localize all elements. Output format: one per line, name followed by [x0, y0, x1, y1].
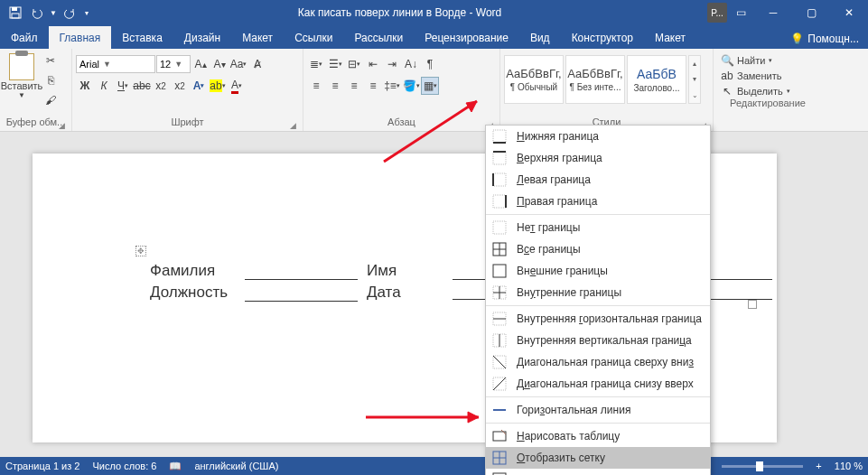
table-handle[interactable]: [748, 300, 757, 309]
table-anchor[interactable]: ✥: [135, 246, 146, 256]
line-lastname[interactable]: [245, 264, 358, 280]
group-font-label: Шрифт◢: [76, 116, 299, 131]
font-size-combo[interactable]: 12▼: [156, 55, 191, 73]
status-words[interactable]: Число слов: 6: [92, 461, 156, 471]
border-left[interactable]: Левая граница: [486, 169, 710, 191]
view-gridlines[interactable]: Отобразить сетку: [486, 447, 710, 469]
tab-constructor[interactable]: Конструктор: [561, 26, 644, 49]
tab-file[interactable]: Файл: [0, 26, 49, 49]
align-right[interactable]: ≡: [345, 77, 363, 95]
strike-button[interactable]: abc: [133, 77, 151, 95]
underline-button[interactable]: Ч▾: [114, 77, 132, 95]
grow-font[interactable]: A▴: [191, 55, 210, 73]
horizontal-line[interactable]: Горизонтальная линия: [486, 399, 710, 421]
status-spellcheck[interactable]: 📖: [169, 461, 182, 472]
status-lang[interactable]: английский (США): [194, 461, 278, 471]
highlight-button[interactable]: ab▾: [209, 77, 227, 95]
arrow-annotation-2: [361, 408, 488, 426]
select-button[interactable]: ↖Выделить▾: [717, 85, 818, 98]
line-spacing[interactable]: ‡≡▾: [383, 77, 401, 95]
user-initial[interactable]: P...: [707, 3, 727, 23]
italic-button[interactable]: К: [95, 77, 113, 95]
subscript-button[interactable]: x2: [152, 77, 170, 95]
svg-line-3: [384, 101, 477, 162]
border-inside[interactable]: Внутренние границы: [486, 282, 710, 303]
tab-view[interactable]: Вид: [519, 26, 561, 49]
tab-home[interactable]: Главная: [49, 26, 112, 49]
tab-references[interactable]: Ссылки: [284, 26, 343, 49]
status-page[interactable]: Страница 1 из 2: [5, 461, 79, 471]
multilevel-button[interactable]: ⊟▾: [345, 55, 363, 73]
replace-button[interactable]: abЗаменить: [717, 70, 818, 82]
change-case[interactable]: Aa▾: [229, 55, 247, 73]
svg-rect-2: [12, 14, 19, 18]
zoom-slider[interactable]: [722, 465, 803, 468]
border-all[interactable]: Все границы: [486, 238, 710, 260]
shrink-font[interactable]: A▾: [210, 55, 229, 73]
borders-button[interactable]: ▦▾: [421, 77, 439, 95]
cut-button[interactable]: ✂: [42, 51, 60, 70]
paste-button[interactable]: Вставить ▼: [4, 51, 40, 111]
svg-rect-7: [493, 130, 506, 143]
tab-layout[interactable]: Макет: [231, 26, 284, 49]
qat-undo-dropdown[interactable]: ▼: [49, 3, 58, 23]
qat-redo[interactable]: [60, 3, 79, 23]
style-normal[interactable]: АаБбВвГг,¶ Обычный: [504, 55, 564, 104]
border-diag-up[interactable]: Диагональная граница снизу вверх: [486, 373, 710, 395]
zoom-in[interactable]: +: [816, 461, 821, 471]
text-effects[interactable]: A▾: [190, 77, 208, 95]
font-dialog[interactable]: ◢: [288, 121, 297, 130]
copy-button[interactable]: ⎘: [42, 71, 60, 89]
clear-format[interactable]: A̷: [248, 55, 266, 73]
paste-icon: [9, 53, 34, 80]
bullets-button[interactable]: ≣▾: [307, 55, 325, 73]
inc-indent[interactable]: ⇥: [383, 55, 401, 73]
numbering-button[interactable]: ☰▾: [326, 55, 344, 73]
zoom-level[interactable]: 110 %: [835, 461, 863, 471]
maximize-button[interactable]: ▢: [792, 0, 830, 25]
bold-button[interactable]: Ж: [76, 77, 94, 95]
tab-insert[interactable]: Вставка: [111, 26, 173, 49]
qat-save[interactable]: [5, 3, 25, 23]
border-top[interactable]: Верхняя граница: [486, 147, 710, 169]
tab-design[interactable]: Дизайн: [173, 26, 231, 49]
align-left[interactable]: ≡: [307, 77, 325, 95]
tell-me[interactable]: 💡Помощн...: [785, 33, 868, 49]
border-right[interactable]: Правая граница: [486, 191, 710, 212]
line-position[interactable]: [245, 285, 358, 302]
qat-customize[interactable]: ▾: [81, 3, 92, 23]
border-diag-down[interactable]: Диагональная граница сверху вниз: [486, 351, 710, 373]
style-nospacing[interactable]: АаБбВвГг,¶ Без инте...: [565, 55, 625, 104]
dec-indent[interactable]: ⇤: [364, 55, 382, 73]
border-bottom[interactable]: Нижняя граница: [486, 126, 710, 147]
border-inside-v[interactable]: Внутренняя вертикальная граница: [486, 330, 710, 351]
shading-button[interactable]: 🪣▾: [402, 77, 420, 95]
font-color[interactable]: A▾: [228, 77, 246, 95]
ribbon-display-btn[interactable]: ▭: [731, 3, 751, 23]
form-table[interactable]: Фамилия Имя Должность Дата: [150, 258, 414, 302]
close-button[interactable]: ✕: [830, 0, 868, 25]
justify[interactable]: ≡: [364, 77, 382, 95]
tab-review[interactable]: Рецензирование: [414, 26, 519, 49]
clipboard-dialog[interactable]: ◢: [57, 121, 66, 130]
font-name-combo[interactable]: Arial▼: [76, 55, 155, 73]
tab-mailings[interactable]: Рассылки: [343, 26, 414, 49]
qat-undo[interactable]: [27, 3, 47, 23]
align-center[interactable]: ≡: [326, 77, 344, 95]
minimize-button[interactable]: ─: [754, 0, 792, 25]
borders-shading[interactable]: Границы и заливка...: [486, 469, 710, 475]
border-outside[interactable]: Внешние границы: [486, 260, 710, 282]
svg-rect-1: [12, 7, 17, 11]
find-button[interactable]: 🔍Найти▾: [717, 54, 818, 67]
style-heading1[interactable]: АаБбВЗаголово...: [627, 55, 686, 104]
format-painter[interactable]: 🖌: [42, 91, 60, 109]
draw-table[interactable]: Нарисовать таблицу: [486, 425, 710, 447]
border-none[interactable]: Нет границы: [486, 217, 710, 238]
styles-more[interactable]: ▴▾⌄: [688, 55, 701, 104]
show-marks[interactable]: ¶: [421, 55, 439, 73]
tab-layout2[interactable]: Макет: [644, 26, 696, 49]
superscript-button[interactable]: x2: [171, 77, 189, 95]
sort-button[interactable]: A↓: [402, 55, 420, 73]
svg-line-30: [493, 377, 506, 390]
border-inside-h[interactable]: Внутренняя горизонтальная граница: [486, 308, 710, 330]
